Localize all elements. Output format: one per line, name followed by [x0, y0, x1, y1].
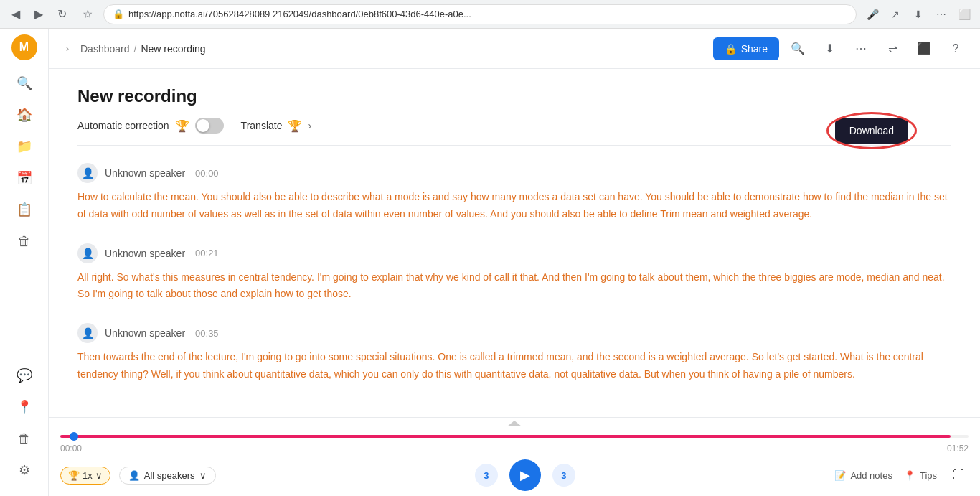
more-button[interactable]: ⋯	[931, 4, 951, 24]
speaker-icon: 👤	[128, 470, 140, 481]
address-bar[interactable]: 🔒 https://app.notta.ai/705628428089 2162…	[103, 4, 857, 24]
tips-label: Tips	[920, 470, 937, 481]
breadcrumb: Dashboard / New recording	[80, 43, 707, 55]
speaker-time: 00:00	[195, 168, 219, 179]
share-button-label: Share	[741, 43, 768, 55]
sidebar-collapse-button[interactable]: ›	[60, 34, 75, 63]
sidebar-item-trash[interactable]: 🗑	[10, 227, 39, 256]
sidebar-item-calendar[interactable]: 📅	[10, 164, 39, 192]
speaker-row: 👤Unknown speaker00:21	[77, 243, 951, 263]
speaker-time: 00:21	[195, 248, 219, 258]
sidebar-item-delete[interactable]: 🗑	[10, 424, 39, 453]
speaker-name: Unknown speaker	[105, 248, 185, 259]
progress-track[interactable]	[60, 435, 969, 438]
speed-label: 1x	[83, 470, 93, 481]
sidebar-item-chat[interactable]: 💬	[10, 361, 39, 390]
main-content: › Dashboard / New recording 🔒 Share 🔍 ⬇ …	[49, 29, 980, 496]
strikethrough-button[interactable]: ⇌	[880, 36, 905, 62]
breadcrumb-current: New recording	[141, 43, 205, 55]
sidebar-item-notes[interactable]: 📋	[10, 195, 39, 224]
page-title: New recording	[77, 86, 951, 106]
time-row: 00:00 01:52	[60, 444, 969, 454]
transcript-segment: 👤Unknown speaker00:35Then towards the en…	[77, 323, 951, 383]
toggle-knob	[197, 119, 209, 132]
speaker-avatar: 👤	[77, 163, 98, 183]
speaker-chevron-icon: ∨	[199, 470, 207, 481]
bookmark-button[interactable]: ☆	[77, 4, 98, 24]
current-time: 00:00	[60, 444, 82, 454]
app-container: M 🔍 🏠 📁 📅 📋 🗑 💬 📍 🗑 ⚙ › Dashboard / New …	[0, 0, 980, 496]
add-notes-button[interactable]: 📝 Add notes	[834, 470, 892, 481]
url-text: https://app.notta.ai/705628428089 216204…	[128, 9, 471, 19]
speaker-avatar: 👤	[77, 323, 98, 343]
cast-button[interactable]: ⬜	[954, 4, 974, 24]
premium-icon-translate: 🏆	[288, 119, 302, 133]
skip-forward-button[interactable]: 3	[552, 464, 575, 487]
download-button[interactable]: Download	[835, 118, 908, 144]
sidebar-item-location[interactable]: 📍	[10, 393, 39, 421]
forward-button[interactable]: ▶	[29, 4, 49, 24]
translate-arrow-icon: ›	[308, 120, 311, 131]
browser-actions: 🎤 ↗ ⬇ ⋯ ⬜	[862, 4, 974, 24]
speaker-filter-label: All speakers	[144, 470, 195, 481]
add-notes-label: Add notes	[850, 470, 892, 481]
content-area: Download New recording Automatic correct…	[49, 69, 980, 417]
top-bar: › Dashboard / New recording 🔒 Share 🔍 ⬇ …	[49, 29, 980, 69]
refresh-button[interactable]: ↻	[52, 4, 72, 24]
speaker-row: 👤Unknown speaker00:35	[77, 323, 951, 343]
premium-icon-correction: 🏆	[175, 119, 189, 133]
layout-button[interactable]: ⬛	[911, 36, 937, 62]
transcript-segment: 👤Unknown speaker00:00How to calculate th…	[77, 163, 951, 223]
play-button[interactable]: ▶	[509, 459, 541, 491]
breadcrumb-home[interactable]: Dashboard	[80, 43, 130, 55]
transcript-text: All right. So what's this measures in ce…	[77, 269, 951, 304]
collapse-handle[interactable]	[60, 418, 969, 429]
download-highlight-container: Download	[835, 118, 908, 144]
progress-fill	[60, 435, 951, 438]
transcript-text: Then towards the end of the lecture, I'm…	[77, 349, 951, 383]
browser-nav: ◀ ▶ ↻	[6, 4, 72, 24]
toolbar-row: Automatic correction 🏆 Translate 🏆 ›	[77, 118, 951, 146]
skip-back-button[interactable]: 3	[475, 464, 498, 487]
browser-chrome: ◀ ▶ ↻ ☆ 🔒 https://app.notta.ai/705628428…	[0, 0, 980, 29]
tips-button[interactable]: 📍 Tips	[904, 470, 937, 481]
transcript-text: How to calculate the mean. You should al…	[77, 189, 951, 223]
more-options-button[interactable]: ⋯	[848, 36, 874, 62]
back-button[interactable]: ◀	[6, 4, 26, 24]
mic-button[interactable]: 🎤	[862, 4, 882, 24]
progress-background	[60, 435, 969, 438]
tips-icon: 📍	[904, 470, 915, 481]
speaker-time: 00:35	[195, 328, 219, 339]
automatic-correction-toggle[interactable]	[195, 118, 224, 134]
transcript-segment: 👤Unknown speaker00:21All right. So what'…	[77, 243, 951, 304]
speaker-row: 👤Unknown speaker00:00	[77, 163, 951, 183]
share-button[interactable]: 🔒 Share	[713, 37, 779, 60]
total-time: 01:52	[947, 444, 969, 454]
player-bar: 00:00 01:52 🏆 1x ∨ 👤 All speakers ∨ 3 ▶ …	[49, 417, 980, 496]
sidebar-item-home[interactable]: 🏠	[10, 100, 39, 129]
sidebar-item-search[interactable]: 🔍	[10, 69, 39, 98]
speed-button[interactable]: 🏆 1x ∨	[60, 467, 110, 485]
speaker-filter-button[interactable]: 👤 All speakers ∨	[119, 467, 216, 485]
download-page-button[interactable]: ⬇	[908, 4, 928, 24]
avatar[interactable]: M	[11, 34, 37, 60]
sidebar-item-settings[interactable]: ⚙	[10, 456, 39, 485]
premium-speed-icon: 🏆	[68, 470, 80, 481]
help-button[interactable]: ?	[943, 36, 969, 62]
sidebar-bottom: 💬 📍 🗑 ⚙	[10, 361, 39, 490]
collapse-triangle-icon	[507, 421, 522, 426]
fullscreen-button[interactable]: ⛶	[948, 465, 969, 485]
translate-item[interactable]: Translate 🏆 ›	[241, 119, 312, 133]
top-actions: 🔒 Share 🔍 ⬇ ⋯ ⇌ ⬛ ?	[713, 36, 969, 62]
controls-right: 📝 Add notes 📍 Tips ⛶	[834, 465, 969, 485]
sidebar: M 🔍 🏠 📁 📅 📋 🗑 💬 📍 🗑 ⚙	[0, 29, 49, 496]
progress-thumb[interactable]	[70, 432, 78, 441]
search-icon-button[interactable]: 🔍	[785, 36, 811, 62]
download-icon-button[interactable]: ⬇	[816, 36, 842, 62]
share-page-button[interactable]: ↗	[885, 4, 905, 24]
sidebar-item-files[interactable]: 📁	[10, 132, 39, 161]
player-controls: 🏆 1x ∨ 👤 All speakers ∨ 3 ▶ 3 📝	[60, 459, 969, 491]
speaker-avatar: 👤	[77, 243, 98, 263]
transcript-container: 👤Unknown speaker00:00How to calculate th…	[77, 163, 951, 383]
translate-label: Translate	[241, 120, 283, 131]
